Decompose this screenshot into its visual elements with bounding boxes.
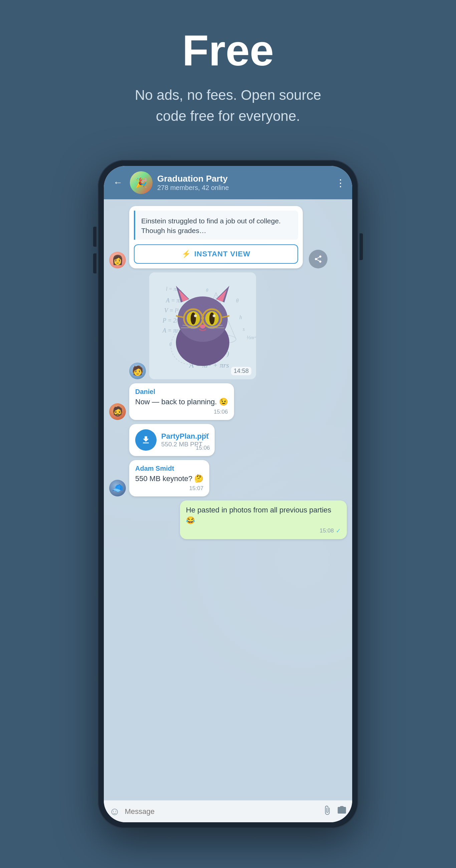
download-icon	[141, 435, 151, 445]
daniel-sender-name: Daniel	[135, 388, 228, 396]
adam-message-time: 15:07	[135, 485, 203, 492]
phone-outer: ← 🎉 Graduation Party 278 members, 42 onl…	[98, 160, 358, 828]
cat-sticker-svg	[162, 282, 243, 369]
phone-inner: ← 🎉 Graduation Party 278 members, 42 onl…	[104, 166, 352, 822]
avatar-inner: 🎉	[130, 171, 153, 194]
more-button[interactable]: ⋮	[335, 177, 345, 189]
sticker-message-row: 🧑	[129, 272, 347, 379]
chat-info: Graduation Party 278 members, 42 online	[157, 174, 331, 192]
phone-wrapper: ← 🎉 Graduation Party 278 members, 42 onl…	[98, 160, 358, 828]
hero-section: Free No ads, no fees. Open source code f…	[0, 0, 456, 147]
back-button[interactable]: ←	[111, 176, 125, 189]
user-avatar-girl: 👩	[109, 252, 126, 269]
instant-view-label: INSTANT VIEW	[194, 250, 250, 258]
article-text: Einstein struggled to find a job out of …	[134, 211, 298, 240]
outgoing-message-row: He pasted in photos from all previous pa…	[109, 500, 347, 539]
user-avatar-guy2: 🧔	[109, 403, 126, 420]
attach-button[interactable]	[322, 805, 332, 817]
chat-name: Graduation Party	[157, 174, 331, 184]
svg-point-34	[209, 312, 215, 324]
daniel-message-text: Now — back to planning. 😉	[135, 397, 228, 407]
hero-subtitle-line1: No ads, no fees. Open source	[135, 87, 321, 103]
chat-avatar: 🎉	[130, 171, 153, 194]
chat-meta: 278 members, 42 online	[157, 184, 331, 192]
emoji-button[interactable]: ☺	[109, 805, 120, 817]
share-icon	[314, 255, 323, 264]
avatar-emoji-guy1: 🧑	[129, 363, 146, 379]
chat-body: 👩 Einstein struggled to find a job out o…	[104, 199, 352, 800]
adam-message-text: 550 MB keynote? 🤔	[135, 474, 203, 484]
outgoing-bubble: He pasted in photos from all previous pa…	[180, 500, 347, 539]
hero-subtitle: No ads, no fees. Open source code free f…	[33, 85, 423, 127]
camera-icon	[337, 805, 347, 815]
file-time: 15:06	[195, 445, 210, 452]
file-bubble: PartyPlan.ppt 550.2 MB PPT ⋯ 15:06	[129, 424, 215, 456]
sticker-math-bg: A = πr² V = l³ P = 2πr A = πr³ s = √(r² …	[149, 272, 256, 379]
file-download-button[interactable]	[135, 429, 157, 451]
hero-subtitle-line2: code free for everyone.	[156, 108, 300, 124]
adam-message-row: 🧢 Adam Smidt 550 MB keynote? 🤔 15:07	[109, 460, 347, 497]
file-more-button[interactable]: ⋯	[201, 429, 210, 439]
avatar-emoji-girl: 👩	[109, 252, 126, 269]
sticker-container: A = πr² V = l³ P = 2πr A = πr³ s = √(r² …	[149, 272, 256, 379]
chat-header: ← 🎉 Graduation Party 278 members, 42 onl…	[104, 166, 352, 199]
svg-point-37	[200, 324, 205, 329]
avatar-emoji-adam: 🧢	[109, 480, 126, 496]
avatar-emoji-guy2: 🧔	[109, 403, 126, 420]
paperclip-icon	[322, 805, 332, 815]
share-button[interactable]	[309, 250, 328, 269]
cat-sticker	[149, 272, 256, 379]
hero-title: Free	[33, 27, 423, 74]
article-message-row: 👩 Einstein struggled to find a job out o…	[109, 206, 347, 269]
adam-sender-name: Adam Smidt	[135, 465, 203, 472]
svg-point-35	[194, 314, 196, 317]
user-avatar-adam: 🧢	[109, 480, 126, 496]
chat-input-bar: ☺	[104, 800, 352, 822]
instant-view-button[interactable]: ⚡ INSTANT VIEW	[134, 244, 298, 264]
outgoing-time-value: 15:08	[320, 527, 334, 534]
daniel-message-time: 15:06	[135, 409, 228, 415]
outgoing-message-time: 15:08 ✓	[186, 527, 341, 534]
daniel-message-row: 🧔 Daniel Now — back to planning. 😉 15:06	[109, 383, 347, 420]
check-mark-icon: ✓	[336, 527, 341, 534]
message-input[interactable]	[125, 807, 317, 816]
outgoing-message-text: He pasted in photos from all previous pa…	[186, 505, 341, 526]
lightning-icon: ⚡	[182, 250, 191, 258]
camera-button[interactable]	[337, 805, 347, 817]
daniel-bubble: Daniel Now — back to planning. 😉 15:06	[129, 383, 234, 420]
file-message-row: PartyPlan.ppt 550.2 MB PPT ⋯ 15:06	[129, 424, 347, 456]
svg-point-36	[213, 314, 215, 317]
article-bubble: Einstein struggled to find a job out of …	[129, 206, 303, 269]
svg-point-33	[191, 312, 196, 324]
user-avatar-guy1: 🧑	[129, 363, 146, 379]
adam-bubble: Adam Smidt 550 MB keynote? 🤔 15:07	[129, 460, 209, 497]
article-preview-text: Einstein struggled to find a job out of …	[141, 217, 281, 235]
